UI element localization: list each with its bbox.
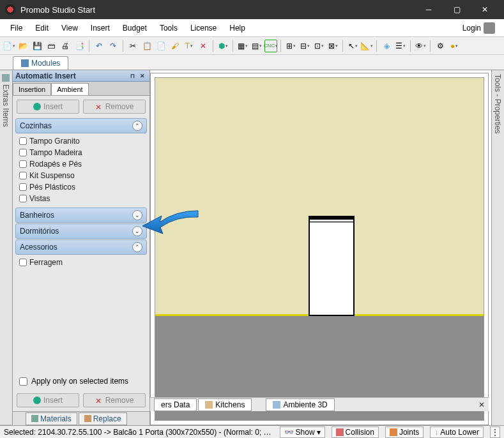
tb-new-icon[interactable]: 📄: [3, 40, 15, 52]
menu-edit[interactable]: Edit: [29, 21, 55, 35]
expand-icon[interactable]: ⌄: [132, 210, 142, 220]
tb-diamond-icon[interactable]: ◈: [380, 40, 393, 52]
remove-button-top[interactable]: ✕Remove: [83, 100, 146, 114]
titlebar: Promob Studio Start ─ ▢ ✕: [0, 0, 504, 19]
tb-save-icon[interactable]: 💾: [31, 40, 43, 52]
sb-collision[interactable]: Collision: [332, 427, 379, 438]
sb-joints[interactable]: Joints: [385, 427, 424, 438]
item-kit-suspenso[interactable]: Kit Suspenso: [19, 170, 143, 181]
tb-render-icon[interactable]: ●: [448, 40, 461, 52]
joints-icon: [390, 428, 397, 436]
tb-eye-icon[interactable]: 👁: [414, 40, 427, 52]
collapse-icon[interactable]: ⌃: [132, 242, 142, 252]
cat-cozinhas[interactable]: Cozinhas ⌃: [15, 118, 147, 133]
insert-button-bottom[interactable]: Insert: [17, 393, 79, 407]
insert-icon: [33, 103, 41, 110]
menu-license[interactable]: License: [184, 21, 223, 35]
modules-tab-icon: [21, 59, 29, 67]
menu-tools[interactable]: Tools: [153, 21, 184, 35]
apply-only-selected[interactable]: Apply only on selected items: [13, 373, 149, 389]
maximize-button[interactable]: ▢: [443, 0, 471, 19]
item-tampo-madeira[interactable]: Tampo Madeira: [19, 147, 143, 158]
collapse-icon[interactable]: ⌃: [132, 121, 142, 131]
tb-layer2-icon[interactable]: ▤: [250, 40, 263, 52]
panel-close-icon[interactable]: ✕: [138, 72, 147, 80]
cat-dormitorios[interactable]: Dormitórios ⌄: [15, 223, 147, 239]
tb-cursor-icon[interactable]: ↖: [346, 40, 359, 52]
dtab-ersdata[interactable]: ers Data: [154, 398, 197, 411]
canvas-3d[interactable]: [155, 77, 484, 421]
tab-modules[interactable]: Modules: [13, 56, 68, 70]
tb-measure-icon[interactable]: 📐: [360, 40, 373, 52]
left-vertical-tabs: Extras Items Automatic Insert Module Lis…: [0, 70, 13, 425]
tb-cut-icon[interactable]: ✂: [126, 40, 139, 52]
login-label: Login: [462, 24, 481, 33]
tb-group3-icon[interactable]: ⊡: [312, 40, 325, 52]
menu-budget[interactable]: Budget: [116, 21, 153, 35]
close-button[interactable]: ✕: [471, 0, 499, 19]
tb-copy-icon[interactable]: 📋: [141, 40, 153, 52]
subtab-ambient[interactable]: Ambient: [51, 83, 88, 95]
tb-delete-icon[interactable]: ✕: [197, 40, 210, 52]
minimize-button[interactable]: ─: [415, 0, 443, 19]
sb-autolower[interactable]: ↓Auto Lower: [430, 427, 484, 438]
tb-gear-icon[interactable]: ⚙: [434, 40, 447, 52]
panel-subtabs: Insertion Ambient: [13, 82, 149, 96]
tb-redo-icon[interactable]: ↷: [107, 40, 119, 52]
tb-paste-icon[interactable]: 📄: [155, 40, 167, 52]
btab-materials[interactable]: Materials: [26, 412, 77, 425]
sb-show[interactable]: 👓 Show ▾: [280, 427, 325, 438]
menu-help[interactable]: Help: [223, 21, 252, 35]
tb-group2-icon[interactable]: ⊟: [298, 40, 311, 52]
right-vertical-tab[interactable]: Tools - Properties: [491, 70, 504, 425]
menu-file[interactable]: File: [4, 21, 29, 35]
dtab-ambiente3d[interactable]: Ambiente 3D: [266, 398, 334, 411]
login-button[interactable]: Login: [457, 20, 500, 36]
status-selected-text: Selected: 2104.30.72.55.100 -> Balcão 1 …: [4, 428, 273, 437]
tb-brush-icon[interactable]: 🖌: [169, 40, 181, 52]
btab-replace[interactable]: Replace: [79, 412, 127, 425]
panel-pin-icon[interactable]: ⊓: [128, 72, 137, 80]
tb-cnc-icon[interactable]: CNC: [264, 40, 277, 52]
item-pes-plasticos[interactable]: Pés Plásticos: [19, 181, 143, 193]
expand-icon[interactable]: ⌄: [132, 226, 142, 236]
dtab-close-icon[interactable]: ✕: [478, 400, 485, 409]
remove-icon: ✕: [95, 396, 103, 404]
tb-group4-icon[interactable]: ⊠: [326, 40, 339, 52]
sb-extra[interactable]: ⋮: [490, 427, 500, 438]
item-ferragem[interactable]: Ferragem: [19, 257, 143, 268]
tb-layer1-icon[interactable]: ▦: [236, 40, 249, 52]
insert-icon: [33, 396, 41, 404]
collision-icon: [336, 428, 344, 436]
panel-title: Automatic Insert: [15, 72, 76, 80]
item-tampo-granito[interactable]: Tampo Granito: [19, 135, 143, 147]
tb-print-icon[interactable]: 🖨: [59, 40, 72, 52]
tb-group1-icon[interactable]: ⊞: [284, 40, 297, 52]
remove-button-bottom[interactable]: ✕Remove: [83, 393, 146, 407]
tb-module-icon[interactable]: ⬢: [217, 40, 229, 52]
subtab-insertion[interactable]: Insertion: [13, 83, 51, 95]
tb-props-icon[interactable]: ☰: [394, 40, 407, 52]
insert-button-top[interactable]: Insert: [17, 100, 79, 114]
vtab-extras[interactable]: Extras Items: [0, 70, 11, 425]
app-logo-icon: [5, 4, 15, 15]
item-rodapes[interactable]: Rodapés e Pés: [19, 158, 143, 170]
avatar-icon: [484, 22, 495, 34]
cat-banheiros[interactable]: Banheiros ⌄: [15, 208, 147, 223]
item-vistas[interactable]: Vistas: [19, 193, 143, 204]
statusbar: Selected: 2104.30.72.55.100 -> Balcão 1 …: [0, 425, 504, 438]
tb-undo-icon[interactable]: ↶: [93, 40, 105, 52]
viewport[interactable]: [150, 73, 489, 425]
cabinet-object[interactable]: [309, 217, 355, 316]
replace-icon: [84, 415, 91, 422]
panel-header: Automatic Insert ⊓ ✕: [13, 70, 149, 82]
tb-saveall-icon[interactable]: 🗃: [45, 40, 57, 52]
tb-printpreview-icon[interactable]: 📑: [73, 40, 86, 52]
dtab-kitchens[interactable]: Kitchens: [198, 398, 252, 411]
autolower-icon: ↓: [434, 428, 438, 437]
tb-brush2-icon[interactable]: T: [183, 40, 195, 52]
menu-insert[interactable]: Insert: [84, 21, 116, 35]
menu-view[interactable]: View: [55, 21, 84, 35]
tb-open-icon[interactable]: 📂: [17, 40, 29, 52]
cat-acessorios[interactable]: Acessorios ⌃: [15, 239, 147, 255]
